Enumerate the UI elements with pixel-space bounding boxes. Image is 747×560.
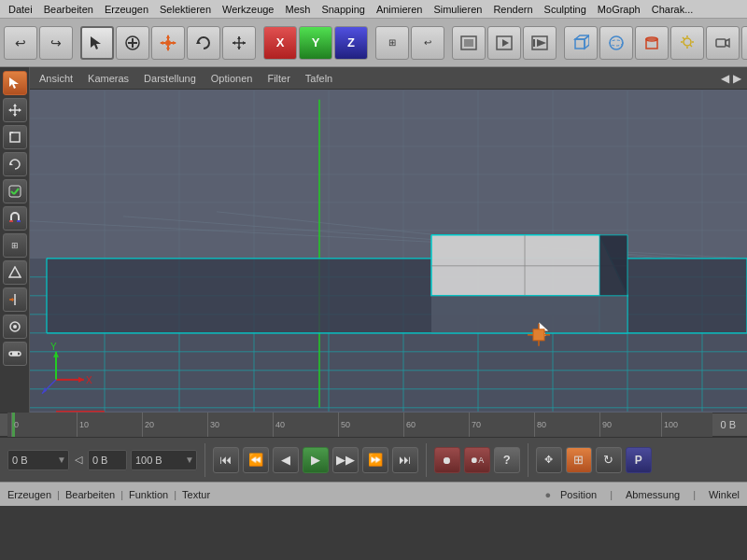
nurbs-button[interactable]	[741, 26, 747, 60]
menu-simulieren[interactable]: Simulieren	[429, 3, 486, 16]
btn-orange-fn[interactable]: ⊞	[566, 447, 592, 473]
btn-play[interactable]: ▶	[303, 447, 329, 473]
svg-marker-51	[13, 114, 17, 117]
menu-selektieren[interactable]: Selektieren	[155, 3, 216, 16]
sb-abmessung-label: Abmessung	[626, 489, 680, 500]
axis-z-button[interactable]: Z	[334, 26, 368, 60]
menu-rendern[interactable]: Rendern	[488, 3, 537, 16]
frame-end-input[interactable]	[132, 451, 183, 469]
move-tool-button[interactable]	[151, 26, 185, 60]
svg-marker-25	[537, 39, 546, 47]
cylinder-button[interactable]	[635, 26, 669, 60]
btn-prev-frame[interactable]: ◀	[273, 447, 299, 473]
vp-right-arrow[interactable]: ▶	[733, 72, 741, 85]
btn-record[interactable]: ⏺	[434, 447, 460, 473]
vp-btn-optionen[interactable]: Optionen	[207, 72, 257, 85]
render-view-button[interactable]	[487, 26, 521, 60]
menu-bearbeiten[interactable]: Bearbeiten	[39, 3, 98, 16]
svg-rect-54	[10, 133, 20, 142]
menu-sculpting[interactable]: Sculpting	[540, 3, 591, 16]
vp-btn-darstellung[interactable]: Darstellung	[140, 72, 200, 85]
sb-sep2: |	[120, 489, 123, 500]
sb-left: Erzeugen | Bearbeiten | Funktion | Textu…	[7, 489, 210, 500]
light-button[interactable]	[670, 26, 704, 60]
btn-next-frame[interactable]: ▶▶	[332, 447, 359, 473]
left-coord-btn[interactable]: ⊞	[3, 233, 27, 258]
btn-record-auto[interactable]: ⏺A	[464, 447, 490, 473]
btn-move-keys[interactable]: ✥	[536, 447, 562, 473]
menu-animieren[interactable]: Animieren	[372, 3, 428, 16]
render-region-button[interactable]	[452, 26, 486, 60]
left-check-btn[interactable]	[3, 179, 27, 203]
svg-line-60	[14, 189, 19, 194]
vp-btn-ansicht[interactable]: Ansicht	[35, 72, 77, 85]
axis-x-button[interactable]: X	[263, 26, 297, 60]
svg-marker-50	[13, 104, 17, 106]
undo-button[interactable]: ↩	[4, 26, 37, 60]
sb-position-label: Position	[560, 489, 597, 500]
vp-btn-tafeln[interactable]: Tafeln	[302, 72, 336, 85]
menu-datei[interactable]: Datei	[4, 3, 37, 16]
btn-prev-key[interactable]: ⏪	[243, 447, 269, 473]
menu-werkzeuge[interactable]: Werkzeuge	[218, 3, 278, 16]
btn-refresh[interactable]: ↻	[596, 447, 622, 473]
camera-button[interactable]	[706, 26, 740, 60]
sphere-button[interactable]	[599, 26, 633, 60]
left-snap-btn[interactable]	[3, 315, 27, 339]
timeline-ruler[interactable]: 0 10 20 30 40 50 60 70 80 90 100	[7, 413, 712, 437]
cube-button[interactable]	[564, 26, 598, 60]
add-object-button[interactable]	[116, 26, 149, 60]
scale-tool-button[interactable]	[222, 26, 256, 60]
left-move-btn[interactable]	[3, 98, 27, 122]
sb-erzeugen[interactable]: Erzeugen	[7, 489, 51, 500]
status-bar: Erzeugen | Bearbeiten | Funktion | Textu…	[0, 482, 747, 506]
menu-mesh[interactable]: Mesh	[280, 3, 315, 16]
vp-btn-filter[interactable]: Filter	[263, 72, 293, 85]
vp-left-arrow[interactable]: ◀	[721, 72, 729, 85]
left-rotate-btn[interactable]	[3, 152, 27, 176]
btn-blue-p[interactable]: P	[626, 447, 652, 473]
svg-marker-19	[237, 47, 241, 49]
sb-bearbeiten[interactable]: Bearbeiten	[65, 489, 115, 500]
btn-goto-start[interactable]: ⏮	[213, 447, 239, 473]
btn-goto-end[interactable]: ⏭	[392, 447, 418, 473]
rotate-tool-button[interactable]	[187, 26, 220, 60]
viewport-toolbar: Ansicht Kameras Darstellung Optionen Fil…	[30, 67, 747, 90]
axis-y-button[interactable]: Y	[299, 26, 332, 60]
viewport-canvas[interactable]: Zentralperspektive	[30, 90, 747, 413]
menu-charak[interactable]: Charak...	[647, 3, 698, 16]
menu-snapping[interactable]: Snapping	[317, 3, 370, 16]
left-extra-btn[interactable]	[3, 342, 27, 366]
frame-start-dropdown[interactable]: ▼	[55, 455, 68, 465]
menu-mograph[interactable]: MoGraph	[593, 3, 645, 16]
menu-erzeugen[interactable]: Erzeugen	[100, 3, 153, 16]
coord-world-button[interactable]: ⊞	[375, 26, 409, 60]
left-axis-btn[interactable]	[3, 260, 27, 285]
btn-help[interactable]: ?	[494, 447, 520, 473]
frame-current-input[interactable]	[89, 451, 126, 469]
left-select-btn[interactable]	[3, 71, 27, 95]
viewport[interactable]: Ansicht Kameras Darstellung Optionen Fil…	[30, 67, 747, 413]
sb-sep3: |	[174, 489, 176, 500]
sb-funktion[interactable]: Funktion	[129, 489, 168, 500]
left-scale-btn[interactable]	[3, 125, 27, 149]
frame-start-input[interactable]	[8, 451, 55, 469]
coord-object-button[interactable]: ↩	[411, 26, 444, 60]
vp-btn-kameras[interactable]: Kameras	[84, 72, 133, 85]
svg-rect-126	[533, 329, 544, 341]
render-button[interactable]	[523, 26, 557, 60]
svg-marker-6	[166, 35, 170, 38]
svg-marker-63	[9, 267, 21, 277]
svg-marker-16	[243, 41, 246, 45]
select-tool-button[interactable]	[80, 26, 114, 60]
left-magnet-btn[interactable]	[3, 206, 27, 231]
left-bend-btn[interactable]	[3, 287, 27, 312]
toolbar-axis: X Y Z	[263, 26, 368, 60]
btn-next-key[interactable]: ⏩	[362, 447, 388, 473]
frame-end-dropdown[interactable]: ▼	[183, 455, 196, 465]
redo-button[interactable]: ↪	[39, 26, 73, 60]
sb-textur[interactable]: Textur	[182, 489, 210, 500]
playback-controls: ⏮ ⏪ ◀ ▶ ▶▶ ⏩ ⏭	[213, 447, 418, 473]
menu-bar: Datei Bearbeiten Erzeugen Selektieren We…	[0, 0, 747, 19]
svg-marker-10	[160, 41, 163, 45]
